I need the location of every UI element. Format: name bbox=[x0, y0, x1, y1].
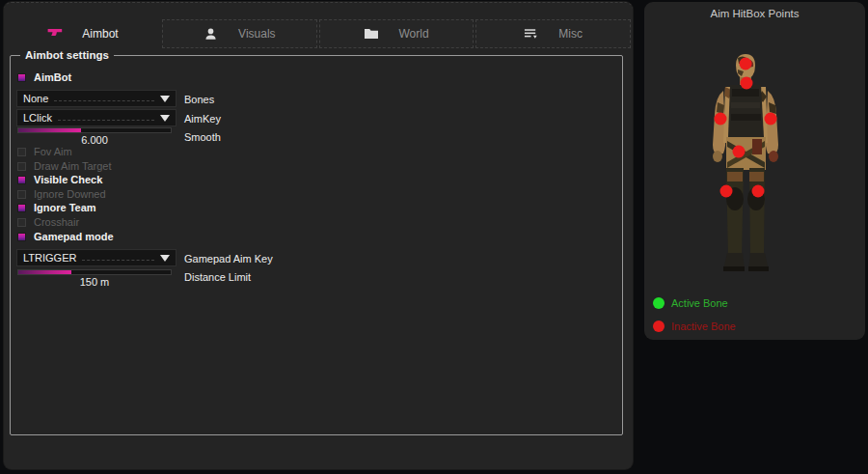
smooth-slider[interactable]: 6.000 bbox=[17, 127, 172, 146]
bones-label: Bones bbox=[184, 94, 214, 105]
slider-value: 150 m bbox=[17, 276, 172, 288]
checkbox-crosshair[interactable]: Crosshair bbox=[17, 216, 79, 228]
tab-label: Visuals bbox=[238, 27, 275, 41]
slider-track[interactable] bbox=[17, 269, 172, 275]
active-bone-dot bbox=[653, 297, 665, 309]
tab-label: Misc bbox=[558, 27, 583, 41]
legend-label: Inactive Bone bbox=[671, 321, 736, 332]
main-window: Aimbot Visuals World Misc Aimbot setting… bbox=[4, 2, 633, 469]
dropdown-value: LClick bbox=[23, 112, 52, 124]
checkbox-label: AimBot bbox=[34, 71, 71, 83]
smooth-label: Smooth bbox=[184, 131, 221, 143]
checkbox-aimbot[interactable]: AimBot bbox=[17, 71, 71, 83]
checkbox-label: Ignore Team bbox=[34, 202, 96, 213]
slider-fill bbox=[18, 128, 81, 132]
group-title: Aimbot settings bbox=[20, 49, 114, 61]
tab-aimbot[interactable]: Aimbot bbox=[4, 19, 162, 48]
legend-label: Active Bone bbox=[671, 297, 728, 309]
bones-dropdown[interactable]: None bbox=[16, 90, 176, 107]
checkbox-ignore-downed[interactable]: Ignore Downed bbox=[17, 188, 106, 200]
checkbox-gamepad-mode[interactable]: Gamepad mode bbox=[17, 231, 114, 242]
checkbox-box bbox=[17, 233, 26, 241]
checkbox-visible-check[interactable]: Visible Check bbox=[17, 174, 102, 185]
playlist-icon bbox=[524, 27, 539, 41]
aim-hitbox-panel: Aim HitBox Points bbox=[644, 2, 865, 340]
panel-title: Aim HitBox Points bbox=[644, 2, 865, 19]
chevron-down-icon bbox=[160, 115, 170, 122]
folder-icon bbox=[364, 27, 379, 41]
chevron-down-icon bbox=[160, 255, 170, 262]
gamepad-aim-key-label: Gamepad Aim Key bbox=[184, 253, 273, 265]
checkbox-label: Draw Aim Target bbox=[34, 160, 112, 172]
hitbox-point-right-arm[interactable] bbox=[765, 113, 777, 125]
chevron-down-icon bbox=[160, 96, 170, 102]
hitbox-point-neck[interactable] bbox=[741, 77, 753, 90]
distance-limit-slider[interactable]: 150 m bbox=[17, 269, 172, 288]
checkbox-ignore-team[interactable]: Ignore Team bbox=[17, 202, 96, 213]
checkbox-box bbox=[17, 204, 26, 212]
slider-value: 6.000 bbox=[17, 134, 172, 146]
person-icon bbox=[203, 27, 219, 41]
tab-visuals[interactable]: Visuals bbox=[162, 19, 317, 48]
checkbox-box bbox=[17, 148, 26, 156]
dropdown-leader bbox=[82, 260, 154, 261]
checkbox-label: Visible Check bbox=[34, 174, 102, 185]
checkbox-label: Fov Aim bbox=[34, 146, 72, 157]
checkbox-box bbox=[17, 176, 26, 184]
dropdown-value: None bbox=[23, 93, 48, 104]
hitbox-point-pelvis[interactable] bbox=[733, 146, 746, 158]
checkbox-label: Gamepad mode bbox=[34, 231, 114, 242]
legend-active-bone: Active Bone bbox=[653, 296, 728, 309]
checkbox-box bbox=[17, 190, 26, 199]
legend-inactive-bone: Inactive Bone bbox=[653, 320, 736, 332]
hitbox-point-right-thigh[interactable] bbox=[752, 185, 765, 198]
checkbox-box bbox=[17, 218, 26, 227]
dropdown-leader bbox=[54, 100, 154, 101]
tab-label: Aimbot bbox=[82, 27, 118, 41]
slider-track[interactable] bbox=[17, 127, 172, 133]
aimkey-label: AimKey bbox=[184, 113, 221, 125]
hitbox-point-left-thigh[interactable] bbox=[720, 185, 733, 198]
checkbox-draw-aim-target[interactable]: Draw Aim Target bbox=[17, 160, 112, 172]
tab-bar: Aimbot Visuals World Misc bbox=[4, 19, 633, 48]
checkbox-fov-aim[interactable]: Fov Aim bbox=[17, 146, 72, 157]
distance-limit-label: Distance Limit bbox=[184, 271, 251, 283]
checkbox-label: Crosshair bbox=[34, 216, 79, 228]
gamepad-aim-key-dropdown[interactable]: LTRIGGER bbox=[16, 249, 176, 266]
pistol-icon bbox=[47, 27, 63, 41]
aimbot-settings-group: Aimbot settings AimBot None Bones LClick… bbox=[10, 55, 623, 435]
tab-world[interactable]: World bbox=[319, 19, 475, 48]
inactive-bone-dot bbox=[653, 321, 665, 332]
tab-misc[interactable]: Misc bbox=[475, 19, 631, 48]
aimkey-dropdown[interactable]: LClick bbox=[16, 109, 176, 126]
dropdown-leader bbox=[58, 120, 154, 121]
checkbox-box bbox=[17, 162, 26, 171]
tab-label: World bbox=[398, 27, 428, 41]
checkbox-label: Ignore Downed bbox=[34, 188, 106, 200]
dropdown-value: LTRIGGER bbox=[23, 252, 76, 264]
hitbox-point-head[interactable] bbox=[740, 58, 752, 70]
slider-fill bbox=[18, 270, 71, 274]
checkbox-box bbox=[17, 73, 26, 82]
hitbox-point-left-arm[interactable] bbox=[715, 113, 727, 125]
